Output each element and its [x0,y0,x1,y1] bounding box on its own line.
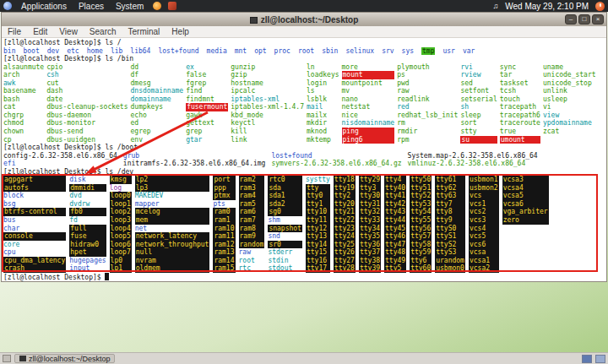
file-entry-rview: rview [460,71,497,79]
file-entry-ls: ls [307,87,339,95]
file-entry-dev: dev [47,47,59,56]
menu-file[interactable]: File [8,27,21,36]
mail-launcher-icon[interactable] [168,2,176,10]
file-entry-rmdir: rmdir [397,128,458,136]
file-entry-raw: raw [397,87,458,95]
workspace-2[interactable] [595,355,605,363]
power-icon[interactable] [595,2,605,11]
file-entry-etc: etc [67,47,79,56]
file-entry-sort: sort [460,119,497,128]
file-entry-rvi: rvi [460,63,497,72]
task-button-label: zll@localhost:~/Desktop [29,355,110,363]
file-entry-egrep: egrep [131,128,184,136]
file-entry-stty: stty [460,128,497,136]
show-desktop-icon[interactable] [3,355,11,362]
volume-icon[interactable]: ♫ [493,2,499,10]
file-entry-link: link [231,136,304,144]
file-entry-var: var [463,47,475,56]
file-entry-nano: nano [342,95,395,104]
shell-prompt: [zll@localhost Desktop]$ [3,144,101,151]
boot-listing: config-2.6.32-358.el6.x86_64grublost+fou… [3,152,538,168]
file-entry-bin: bin [3,47,15,56]
file-entry-chmod: chmod [3,119,44,128]
firefox-launcher-icon[interactable] [153,2,161,10]
file-entry-chgrp: chgrp [3,111,44,120]
file-entry-tracepath: tracepath [500,103,540,111]
file-entry-sys: sys [402,47,414,56]
file-entry-lib: lib [111,47,122,56]
file-entry-touch: touch [500,95,540,104]
file-entry-selinux: selinux [345,47,374,56]
file-entry-setserial: setserial [460,95,497,104]
file-entry-ypdomainname: ypdomainname [543,119,596,128]
file-entry-hostname: hostname [231,79,304,88]
file-entry-unicode_stop: unicode_stop [543,79,596,88]
distro-logo-icon [3,2,12,10]
file-entry-false: false [186,71,228,79]
window-titlebar[interactable]: zll@localhost:~/Desktop – □ × [2,13,606,26]
window-title: zll@localhost:~/Desktop [2,15,606,24]
menu-edit[interactable]: Edit [33,27,47,36]
menu-view[interactable]: View [59,27,78,36]
workspace-1[interactable] [582,355,592,363]
file-entry-mv: mv [342,87,395,95]
file-entry-nice: nice [342,111,395,120]
menu-places[interactable]: Places [76,2,106,11]
shell-command: ls /boot [101,144,138,151]
file-entry-uname: uname [543,63,596,72]
prompt-line: [zll@localhost Desktop]$ [3,273,606,281]
file-entry-mountpoint: mountpoint [342,79,395,88]
menu-terminal[interactable]: Terminal [128,27,160,36]
file-entry-login: login [307,79,339,88]
file-entry-date: date [46,95,128,104]
file-entry-tar: tar [500,71,540,79]
close-button[interactable]: × [592,14,604,24]
file-entry-mount: mount [342,71,395,79]
file-entry-proc: proc [274,47,290,56]
file-entry-usleep: usleep [543,95,596,104]
file-entry-traceroute: traceroute [500,119,540,128]
file-entry-kill: kill [231,128,304,136]
file-entry-unlink: unlink [543,87,596,95]
root-listing: binbootdevetchomeliblib64lost+foundmedia… [3,47,606,56]
file-entry-zcat: zcat [543,128,596,136]
file-entry-chown: chown [3,128,44,136]
menu-search[interactable]: Search [90,27,117,36]
file-entry-lost+found: lost+found [158,47,198,56]
file-entry-true: true [500,128,540,136]
file-entry-System.map-2.6.32-358.el6.x86_64: System.map-2.6.32-358.el6.x86_64 [408,152,538,160]
file-entry-pwd: pwd [397,79,458,88]
shell-command: ls / [101,39,122,46]
file-entry-lost+found: lost+found [271,152,401,160]
terminal-cursor [105,273,109,280]
menu-system[interactable]: System [113,2,146,11]
file-entry-symvers-2.6.32-358.el6.x86_64.gz: symvers-2.6.32-358.el6.x86_64.gz [271,160,401,168]
file-entry-home: home [87,47,103,56]
annotation-box [2,174,598,272]
file-entry-find: find [186,87,228,95]
task-button-terminal[interactable]: zll@localhost:~/Desktop [14,354,115,363]
menu-applications[interactable]: Applications [19,2,69,11]
shell-prompt: [zll@localhost Desktop]$ [3,55,101,62]
file-entry-srv: srv [382,47,394,56]
file-entry-arch: arch [3,71,44,79]
file-entry-readlink: readlink [397,95,458,104]
file-entry-setfont: setfont [460,87,497,95]
file-entry-iptables-xml-1.4.7: iptables-xml-1.4.7 [231,103,304,111]
file-entry-echo: echo [131,111,184,120]
file-entry-tcsh: tcsh [500,87,540,95]
file-entry-lib64: lib64 [130,47,150,56]
file-entry-dash: dash [46,87,128,95]
maximize-button[interactable]: □ [578,14,590,24]
file-entry-dnsdomainname: dnsdomainname [131,87,184,95]
desktop: Applications Places System ♫ Wed May 29,… [0,0,608,364]
panel-clock[interactable]: Wed May 29, 2:10 PM [505,2,589,11]
prompt-line: [zll@localhost Desktop]$ ls /bin [3,55,606,63]
file-entry-ex: ex [186,63,228,72]
menu-help[interactable]: Help [171,27,189,36]
minimize-button[interactable]: – [565,14,577,24]
file-entry-config-2.6.32-358.el6.x86_64: config-2.6.32-358.el6.x86_64 [3,152,117,160]
file-entry-gawk: gawk [186,111,228,120]
file-entry-df: df [131,71,184,79]
file-entry-ps: ps [397,71,458,79]
